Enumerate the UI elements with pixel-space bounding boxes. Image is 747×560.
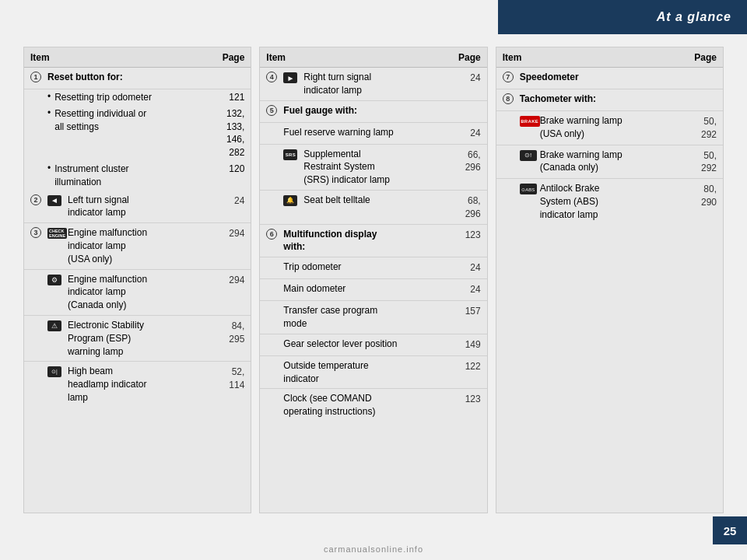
list-item: Main odometer 24 xyxy=(260,279,486,301)
item-label: Resetting individual orall settings xyxy=(54,107,216,134)
panel-col3: Item Page 7 Speedometer 8 Tachometer wit… xyxy=(496,47,724,513)
item-label: Engine malfunctionindicator lamp(Canada … xyxy=(68,273,216,312)
item-page xyxy=(216,71,244,72)
item-label: Speedometer xyxy=(520,71,689,84)
item-number xyxy=(503,114,520,115)
brake-usa-icon: BRAKE xyxy=(520,114,540,127)
item-page: 80,290 xyxy=(689,182,717,209)
item-label: Tachometer with: xyxy=(520,93,689,106)
item-label: Main odometer xyxy=(283,282,452,296)
col1-header-page: Page xyxy=(223,52,245,63)
item-page: 68,296 xyxy=(453,194,481,221)
list-item: Clock (see COMANDoperating instructions)… xyxy=(260,389,486,422)
item-label: Resetting trip odometer xyxy=(54,91,216,104)
item-number xyxy=(266,148,283,149)
arrow-left-icon: ◄ xyxy=(47,194,68,206)
item-page: 132,133,146,282 xyxy=(216,107,244,159)
item-number xyxy=(266,282,283,283)
item-number xyxy=(30,319,47,320)
item-page: 24 xyxy=(453,261,481,275)
srs-icon: SRS xyxy=(283,148,303,160)
item-page xyxy=(453,104,481,105)
item-number xyxy=(266,392,283,393)
content-area: Item Page 1 Reset button for: • Resettin… xyxy=(23,47,724,513)
item-label: Multifunction displaywith: xyxy=(283,228,452,254)
item-number xyxy=(30,273,47,274)
list-item: 4 ► Right turn signalindicator lamp 24 xyxy=(260,68,486,101)
list-item: BRAKE Brake warning lamp(USA only) 50,29… xyxy=(496,111,723,145)
list-item: 6 Multifunction displaywith: 123 xyxy=(260,225,486,258)
item-page: 294 xyxy=(216,273,244,287)
col3-header-page: Page xyxy=(694,52,717,63)
esp-warning-icon: ⚠ xyxy=(47,319,68,331)
seatbelt-icon: 🔔 xyxy=(283,194,303,206)
item-number: 6 xyxy=(266,228,283,240)
item-label: Electronic StabilityProgram (ESP)warning… xyxy=(68,319,216,358)
item-page: 84,295 xyxy=(216,319,244,346)
item-label: SupplementalRestraint System(SRS) indica… xyxy=(303,148,452,187)
list-item: Trip odometer 24 xyxy=(260,257,486,279)
list-item: 🔔 Seat belt telltale 68,296 xyxy=(260,191,486,225)
abs-icon: ⊙ABS xyxy=(520,182,540,194)
engine-canada-icon: ⚙ xyxy=(47,273,68,285)
item-page: 66,296 xyxy=(453,148,481,175)
item-label: Engine malfunctionindicator lamp(USA onl… xyxy=(68,226,216,265)
item-number: 2 xyxy=(30,194,47,205)
item-label: Right turn signalindicator lamp xyxy=(303,71,452,97)
bullet-icon: • xyxy=(47,163,51,173)
item-page: 121 xyxy=(216,91,244,104)
item-number xyxy=(503,149,520,149)
item-label: Fuel reserve warning lamp xyxy=(283,126,452,139)
item-page: 50,292 xyxy=(689,114,717,142)
list-item: Transfer case programmode 157 xyxy=(260,301,486,334)
brake-canada-icon: ⊙! xyxy=(520,149,540,161)
item-label: Outside temperatureindicator xyxy=(283,359,452,386)
item-page: 123 xyxy=(453,392,481,406)
list-item: 5 Fuel gauge with: xyxy=(260,101,486,123)
panel-col1: Item Page 1 Reset button for: • Resettin… xyxy=(23,47,251,513)
list-item: SRS SupplementalRestraint System(SRS) in… xyxy=(260,145,486,191)
list-item: 1 Reset button for: xyxy=(24,68,251,89)
item-number xyxy=(266,359,283,360)
item-page: 149 xyxy=(453,338,481,352)
col3-header: Item Page xyxy=(496,47,723,68)
item-label: Trip odometer xyxy=(283,261,452,274)
item-number: 5 xyxy=(266,104,283,116)
col3-header-item: Item xyxy=(503,52,522,63)
item-label: Left turn signalindicator lamp xyxy=(68,194,216,220)
item-page: 24 xyxy=(453,282,481,296)
arrow-right-icon: ► xyxy=(283,71,303,83)
list-item: 7 Speedometer xyxy=(496,68,723,89)
item-number: 1 xyxy=(30,71,47,82)
list-item: ⚙ Engine malfunctionindicator lamp(Canad… xyxy=(24,270,251,316)
item-number xyxy=(266,304,283,305)
item-page: 122 xyxy=(453,359,481,373)
list-item: 3 CHECKENGINE Engine malfunctionindicato… xyxy=(24,223,251,269)
list-item: 8 Tachometer with: xyxy=(496,89,723,111)
item-page xyxy=(689,93,717,93)
bullet-icon: • xyxy=(47,107,51,118)
item-page: 294 xyxy=(216,226,244,240)
item-number: 4 xyxy=(266,71,283,82)
page-title: At a glance xyxy=(657,10,731,24)
list-item: • Instrument clusterillumination 120 xyxy=(24,161,251,191)
col1-header-item: Item xyxy=(30,52,50,63)
page-number: 25 xyxy=(724,524,737,537)
page-number-badge: 25 xyxy=(713,516,747,544)
item-number xyxy=(266,261,283,261)
panel-col2: Item Page 4 ► Right turn signalindicator… xyxy=(259,47,487,513)
item-label: Seat belt telltale xyxy=(303,194,452,207)
list-item: • Resetting individual orall settings 13… xyxy=(24,106,251,161)
item-page: 120 xyxy=(216,163,244,176)
item-page: 24 xyxy=(453,126,481,140)
item-label: Antilock BrakeSystem (ABS)indicator lamp xyxy=(540,182,689,221)
item-label: Instrument clusterillumination xyxy=(54,163,216,189)
item-label: Brake warning lamp(USA only) xyxy=(540,114,689,141)
item-label: Transfer case programmode xyxy=(283,304,452,331)
item-page: 52,114 xyxy=(216,365,244,392)
item-page: 157 xyxy=(453,304,481,318)
item-label: Clock (see COMANDoperating instructions) xyxy=(283,392,452,418)
item-number: 7 xyxy=(503,71,520,82)
item-label: High beamheadlamp indicatorlamp xyxy=(68,365,216,404)
item-page: 50,292 xyxy=(689,149,717,176)
